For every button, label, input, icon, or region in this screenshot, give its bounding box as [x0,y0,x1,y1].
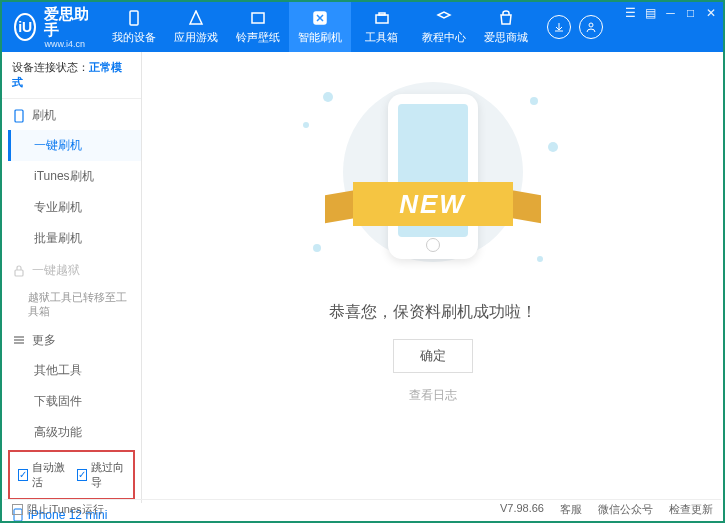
jailbreak-note: 越狱工具已转移至工具箱 [2,285,141,324]
section-more[interactable]: 更多 [2,324,141,355]
ok-button[interactable]: 确定 [393,339,473,373]
phone-icon [12,109,26,123]
brand: iU 爱思助手 www.i4.cn [2,2,103,52]
main-nav: 我的设备 应用游戏 铃声壁纸 智能刷机 工具箱 教程中心 爱思商城 [103,2,537,52]
lock-icon[interactable]: ▤ [643,6,659,20]
svg-rect-6 [15,110,23,122]
toolbox-icon [372,9,392,27]
menu-icon[interactable]: ☰ [623,6,639,20]
nav-my-device[interactable]: 我的设备 [103,2,165,52]
menu-lines-icon [12,333,26,347]
flash-icon [310,9,330,27]
nav-ringtone-wallpaper[interactable]: 铃声壁纸 [227,2,289,52]
footer: 阻止iTunes运行 V7.98.66 客服 微信公众号 检查更新 [4,499,721,519]
svg-rect-4 [379,13,385,15]
download-button[interactable] [547,15,571,39]
brand-url: www.i4.cn [44,39,90,49]
version-label: V7.98.66 [500,502,544,517]
lock-icon [12,264,26,278]
connection-status: 设备连接状态：正常模式 [2,52,141,99]
section-flash[interactable]: 刷机 [2,99,141,130]
window-controls: ☰ ▤ ─ □ ✕ [613,2,725,52]
wechat-link[interactable]: 微信公众号 [598,502,653,517]
store-icon [496,9,516,27]
sidebar-item-other-tools[interactable]: 其他工具 [8,355,141,386]
nav-toolbox[interactable]: 工具箱 [351,2,413,52]
svg-rect-3 [376,15,388,23]
section-jailbreak: 一键越狱 [2,254,141,285]
success-message: 恭喜您，保资料刷机成功啦！ [329,302,537,323]
checkbox-auto-activate[interactable]: ✓自动激活 [18,460,67,490]
sidebar-item-download-firmware[interactable]: 下载固件 [8,386,141,417]
svg-rect-1 [252,13,264,23]
customer-service-link[interactable]: 客服 [560,502,582,517]
minimize-icon[interactable]: ─ [663,6,679,20]
view-log-link[interactable]: 查看日志 [409,387,457,404]
sidebar: 设备连接状态：正常模式 刷机 一键刷机 iTunes刷机 专业刷机 批量刷机 一… [2,52,142,503]
sidebar-item-itunes-flash[interactable]: iTunes刷机 [8,161,141,192]
sidebar-item-advanced[interactable]: 高级功能 [8,417,141,448]
main-content: NEW 恭喜您，保资料刷机成功啦！ 确定 查看日志 [142,52,723,503]
svg-rect-7 [15,270,23,276]
device-icon [124,9,144,27]
wallpaper-icon [248,9,268,27]
nav-store[interactable]: 爱思商城 [475,2,537,52]
user-button[interactable] [579,15,603,39]
phone-illustration-icon [388,94,478,259]
svg-rect-0 [130,11,138,25]
maximize-icon[interactable]: □ [683,6,699,20]
svg-point-5 [589,23,593,27]
ribbon-label: NEW [353,182,513,226]
success-illustration: NEW [293,82,573,282]
sidebar-item-batch-flash[interactable]: 批量刷机 [8,223,141,254]
titlebar: iU 爱思助手 www.i4.cn 我的设备 应用游戏 铃声壁纸 智能刷机 工具… [2,2,723,52]
ribbon: NEW [323,182,543,232]
block-itunes-label: 阻止iTunes运行 [27,502,104,517]
close-icon[interactable]: ✕ [703,6,719,20]
nav-tutorials[interactable]: 教程中心 [413,2,475,52]
check-update-link[interactable]: 检查更新 [669,502,713,517]
brand-title: 爱思助手 [44,6,90,39]
checkbox-block-itunes[interactable] [12,504,23,515]
brand-logo-icon: iU [14,13,36,41]
checkbox-skip-guide[interactable]: ✓跳过向导 [77,460,126,490]
sidebar-item-oneclick-flash[interactable]: 一键刷机 [8,130,141,161]
nav-smart-flash[interactable]: 智能刷机 [289,2,351,52]
sidebar-item-pro-flash[interactable]: 专业刷机 [8,192,141,223]
tutorial-icon [434,9,454,27]
nav-apps-games[interactable]: 应用游戏 [165,2,227,52]
apps-icon [186,9,206,27]
options-checkbox-row: ✓自动激活 ✓跳过向导 [8,450,135,500]
